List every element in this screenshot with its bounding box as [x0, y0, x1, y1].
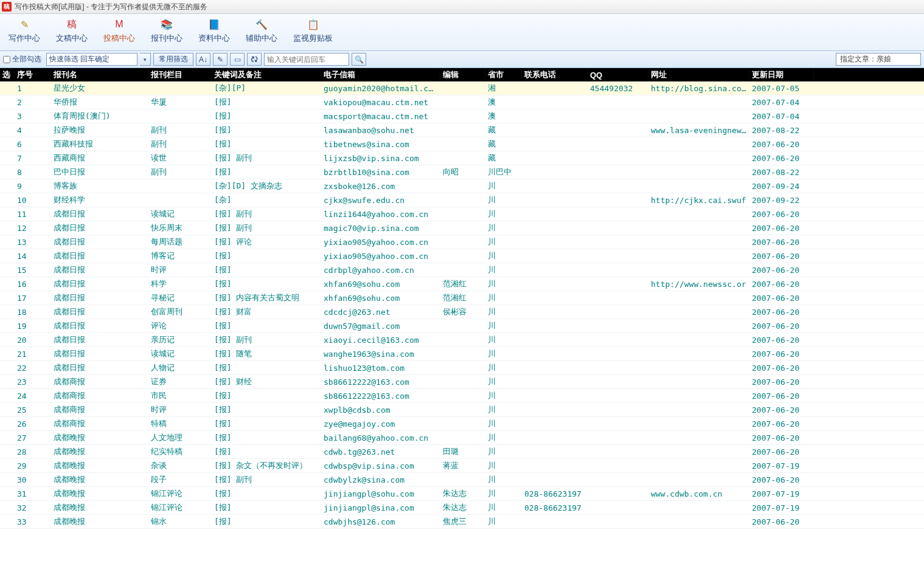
toolbar-submit-button[interactable]: M投稿中心	[99, 16, 140, 46]
cell-email: cdwbylzk@sina.com	[321, 475, 440, 484]
toolbar-doc-button[interactable]: 稿文稿中心	[51, 16, 92, 46]
toolbar-pub-button[interactable]: 📚报刊中心	[146, 16, 187, 46]
col-phone[interactable]: 联系电话	[522, 69, 588, 80]
cell-email: jinjiangpl@sina.com	[321, 503, 440, 512]
cell-editor: 焦虎三	[440, 516, 485, 527]
cell-region: 川	[485, 222, 522, 233]
select-all-checkbox[interactable]: 全部勾选	[3, 54, 41, 64]
table-row[interactable]: 21成都日报读城记[报] 随笔wanghe1963@sina.com川2007-…	[0, 347, 924, 361]
col-url[interactable]: 网址	[648, 69, 749, 80]
table-row[interactable]: 2华侨报华厦[报]vakiopou@macau.ctm.net澳2007-07-…	[0, 95, 924, 109]
col-email[interactable]: 电子信箱	[321, 69, 440, 80]
col-region[interactable]: 省市	[485, 69, 522, 80]
table-row[interactable]: 32成都晚报锦江评论[报]jinjiangpl@sina.com朱达志川028-…	[0, 501, 924, 515]
cell-date: 2007-06-20	[749, 377, 814, 387]
app-icon: 稿	[2, 2, 12, 12]
table-row[interactable]: 33成都晚报锦水[报]cdwbjhs@126.com焦虎三川2007-06-20	[0, 515, 924, 529]
table-row[interactable]: 28成都晚报纪实特稿[报]cdwb.tg@263.net田璐川2007-06-2…	[0, 445, 924, 459]
table-row[interactable]: 26成都商报特稿[报]zye@megajoy.com川2007-06-20	[0, 417, 924, 431]
table-row[interactable]: 27成都晚报人文地理[报]bailang68@yahoo.com.cn川2007…	[0, 431, 924, 445]
table-row[interactable]: 25成都商报时评[报]xwplb@cdsb.com川2007-06-20	[0, 403, 924, 417]
common-filter-button[interactable]: 常用筛选	[153, 53, 193, 66]
col-qq[interactable]: QQ	[588, 71, 648, 80]
cell-name: 成都日报	[51, 292, 148, 303]
table-row[interactable]: 12成都日报快乐周末[报] 副刊magic70@vip.sina.com川200…	[0, 221, 924, 235]
cell-region: 川	[485, 278, 522, 289]
cell-name: 成都日报	[51, 278, 148, 289]
table-row[interactable]: 24成都商报市民[报]sb86612222@163.com川2007-06-20	[0, 389, 924, 403]
cell-phone: 028-86623197	[522, 489, 588, 498]
cell-edit-icon: ▭	[234, 55, 241, 64]
table-row[interactable]: 23成都商报证券[报] 财经sb86612222@163.com川2007-06…	[0, 375, 924, 389]
col-keywords[interactable]: 关键词及备注	[212, 69, 321, 80]
table-row[interactable]: 31成都晚报锦江评论[报]jinjiangpl@sohu.com朱达志川028-…	[0, 487, 924, 501]
table-row[interactable]: 13成都日报每周话题[报] 评论yixiao905@yahoo.com.cn川2…	[0, 235, 924, 249]
col-index[interactable]: 序号	[15, 69, 51, 80]
table-row[interactable]: 20成都日报亲历记[报] 副刊xiaoyi.cecil@163.com川2007…	[0, 333, 924, 347]
cell-keywords: [杂][P]	[212, 83, 321, 94]
cell-name: 成都日报	[51, 222, 148, 233]
cell-email: xhfan69@sohu.com	[321, 280, 440, 289]
toolbar-write-button[interactable]: ✎写作中心	[4, 16, 45, 46]
cell-region: 藏	[485, 153, 522, 164]
cell-email: macsport@macau.ctm.net	[321, 112, 440, 121]
sort-az-button[interactable]: A↓	[196, 53, 210, 66]
table-row[interactable]: 16成都日报科学[报]xhfan69@sohu.com范湘红川http://ww…	[0, 277, 924, 291]
keyword-search-input[interactable]	[264, 53, 349, 66]
cell-section: 锦江评论	[148, 502, 212, 513]
table-row[interactable]: 3体育周报(澳门)[报]macsport@macau.ctm.net澳2007-…	[0, 109, 924, 123]
edit-cell-button[interactable]: ▭	[230, 53, 245, 66]
cell-date: 2007-06-20	[749, 475, 814, 484]
table-row[interactable]: 7西藏商报读世[报] 副刊lijxzsb@vip.sina.com藏2007-0…	[0, 151, 924, 165]
col-section[interactable]: 报刊栏目	[148, 69, 212, 80]
cell-keywords: [报] 副刊	[212, 153, 321, 164]
table-row[interactable]: 22成都日报人物记[报]lishuo123@tom.com川2007-06-20	[0, 361, 924, 375]
table-row[interactable]: 29成都晚报杂谈[报] 杂文（不再发时评）cdwbsp@vip.sina.com…	[0, 459, 924, 473]
table-row[interactable]: 6西藏科技报副刊[报]tibetnews@sina.com藏2007-06-20	[0, 137, 924, 151]
table-row[interactable]: 17成都日报寻秘记[报] 内容有关古蜀文明xhfan69@sohu.com范湘红…	[0, 291, 924, 305]
cell-name: 成都日报	[51, 209, 148, 219]
quick-filter-input[interactable]	[46, 53, 137, 66]
table-row[interactable]: 8巴中日报副刊[报]bzrbtlb10@sina.com向昭川巴中2007-08…	[0, 165, 924, 179]
table-row[interactable]: 9博客族[杂][D] 文摘杂志zxsboke@126.com川2007-09-2…	[0, 179, 924, 193]
write-label: 写作中心	[9, 33, 40, 44]
table-row[interactable]: 4拉萨晚报副刊[报]lasawanbao@sohu.net藏www.lasa-e…	[0, 123, 924, 137]
search-button[interactable]: 🔍	[352, 53, 366, 66]
select-all-input[interactable]	[3, 56, 10, 63]
toolbar-data-button[interactable]: 📘资料中心	[193, 16, 235, 46]
table-body[interactable]: 1星光少女[杂][P]guoyamin2020@hotmail.com湘4544…	[0, 81, 924, 586]
cell-name: 成都晚报	[51, 474, 148, 485]
table-row[interactable]: 14成都日报博客记[报]yixiao905@yahoo.com.cn川2007-…	[0, 249, 924, 263]
cell-email: cdrbpl@yahoo.com.cn	[321, 266, 440, 275]
cell-editor: 朱达志	[440, 502, 485, 513]
cell-idx: 8	[15, 168, 51, 177]
cell-url: http://www.newssc.or	[648, 280, 749, 289]
table-row[interactable]: 1星光少女[杂][P]guoyamin2020@hotmail.com湘4544…	[0, 81, 924, 95]
col-name[interactable]: 报刊名	[51, 69, 148, 80]
col-date[interactable]: 更新日期	[749, 69, 814, 80]
table-row[interactable]: 30成都晚报段子[报] 副刊cdwbylzk@sina.com川2007-06-…	[0, 473, 924, 487]
table-row[interactable]: 18成都日报创富周刊[报] 财富cdcdcj@263.net侯彬容川2007-0…	[0, 305, 924, 319]
col-editor[interactable]: 编辑	[440, 69, 485, 80]
cell-keywords: [报]	[212, 516, 321, 527]
edit-pencil-button[interactable]: ✎	[213, 53, 228, 66]
cell-idx: 9	[15, 182, 51, 191]
cell-name: 成都商报	[51, 418, 148, 429]
cell-email: yixiao905@yahoo.com.cn	[321, 238, 440, 247]
cell-name: 成都商报	[51, 404, 148, 415]
cell-keywords: [报] 内容有关古蜀文明	[212, 292, 321, 303]
cell-section: 快乐周末	[148, 222, 212, 233]
col-select[interactable]: 选	[0, 69, 15, 80]
refresh-button[interactable]: 🗘	[247, 53, 262, 66]
quick-filter-dropdown[interactable]: ▾	[140, 53, 151, 66]
table-row[interactable]: 15成都日报时评[报]cdrbpl@yahoo.com.cn川2007-06-2…	[0, 263, 924, 277]
table-row[interactable]: 11成都日报读城记[报] 副刊linzi1644@yahoo.com.cn川20…	[0, 207, 924, 221]
table-row[interactable]: 10财经科学[杂]cjkx@swufe.edu.cn川http://cjkx.c…	[0, 193, 924, 207]
cell-keywords: [报]	[212, 418, 321, 429]
toolbar-clip-button[interactable]: 📋监视剪贴板	[288, 16, 338, 46]
cell-idx: 13	[15, 238, 51, 247]
cell-idx: 29	[15, 461, 51, 471]
cell-keywords: [报] 副刊	[212, 222, 321, 233]
toolbar-aux-button[interactable]: 🔨辅助中心	[241, 16, 282, 46]
table-row[interactable]: 19成都日报评论[报]duwn57@gmail.com川2007-06-20	[0, 319, 924, 333]
